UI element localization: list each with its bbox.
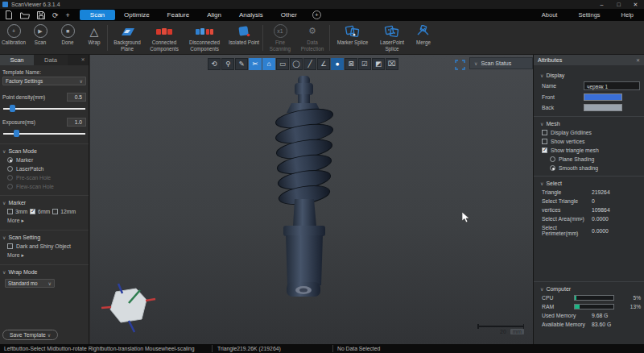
brush-select-icon[interactable]: ✎ — [235, 58, 248, 70]
radio-plane-shading[interactable]: Plane Shading — [550, 156, 641, 162]
polyline-select-icon[interactable]: ∠ — [317, 58, 330, 70]
stat-row: vertices109864 — [542, 207, 641, 213]
data-protection-button[interactable]: ⚙ Data Protection — [296, 21, 328, 54]
wrap-button[interactable]: △ Wrap — [82, 21, 106, 54]
calibration-button[interactable]: + Calibration — [0, 21, 27, 54]
point-density-slider[interactable] — [3, 104, 85, 113]
deselect-icon[interactable]: ✂ — [249, 58, 262, 70]
isolated-point-button[interactable]: Isolated Point — [226, 21, 262, 54]
background-plane-button[interactable]: Background Plane — [109, 21, 146, 54]
calibration-icon: + — [7, 24, 21, 38]
marker-title[interactable]: ∨ Marker — [2, 200, 86, 206]
scan-button[interactable]: ▶ Scan — [27, 21, 53, 54]
maximize-icon[interactable]: □ — [610, 0, 627, 9]
connected-components-button[interactable]: Connected Components — [146, 21, 183, 54]
wrap-mode-dropdown[interactable]: Standard mo ∨ — [5, 279, 55, 288]
exposure-value[interactable]: 1.0 — [67, 118, 86, 127]
collapse-icon: ∨ — [540, 181, 543, 186]
template-name-dropdown[interactable]: Factory Settings ∨ — [2, 77, 86, 85]
display-title[interactable]: ∨ Display — [540, 73, 644, 78]
scan-setting-more-link[interactable]: More ▸ — [7, 252, 86, 259]
name-input[interactable]: червяк 1 — [584, 81, 640, 90]
viewport-3d[interactable]: ⟲ ⚲ ✎ ✂ ⌂ ▭ ◯ ╱ ∠ ● ⊠ ☑ ◩ ⌧ ∨ Scan Statu… — [90, 55, 533, 344]
close-icon[interactable]: ✕ — [627, 0, 644, 9]
background-plane-icon — [119, 24, 135, 38]
ribbon-separator — [107, 25, 108, 51]
scan-settings-panel: Scan Data ✕ Template Name: Factory Setti… — [0, 55, 89, 344]
checkbox-show-vertices[interactable]: Show vertices — [542, 139, 641, 144]
scan-mode-title[interactable]: ∨ Scan Mode — [2, 148, 86, 154]
mouse-hint-text: Leftbutton-Select Midbutton-rotate Right… — [4, 346, 195, 351]
front-color-swatch[interactable] — [584, 93, 622, 101]
line-select-icon[interactable]: ╱ — [303, 58, 316, 70]
back-color-swatch[interactable] — [584, 104, 622, 111]
tab-scan[interactable]: Scan — [80, 10, 115, 20]
computer-title[interactable]: ∨ Computer — [540, 286, 644, 292]
minimize-icon[interactable]: – — [593, 0, 610, 9]
reset-view-icon[interactable]: ⟲ — [208, 58, 221, 70]
rectangle-select-icon[interactable]: ▭ — [276, 58, 289, 70]
tab-optimize[interactable]: Optimize — [115, 10, 159, 20]
checkbox-6mm[interactable]: ✓ — [30, 209, 35, 214]
lasso-select-icon[interactable]: ◯ — [290, 58, 303, 70]
checkbox-dark-shiny[interactable]: Dark and Shiny Object — [7, 243, 86, 249]
viewport-toolbar: ⟲ ⚲ ✎ ✂ ⌂ ▭ ◯ ╱ ∠ ● ⊠ ☑ ◩ ⌧ — [208, 58, 398, 70]
checkbox-display-gridlines[interactable]: Display Gridlines — [542, 130, 641, 135]
new-file-icon[interactable] — [5, 10, 13, 19]
expand-view-icon[interactable] — [455, 59, 465, 73]
scan-status-header[interactable]: ∨ Scan Status — [469, 57, 533, 69]
tab-analysis[interactable]: Analysis — [230, 10, 272, 20]
sync-icon[interactable]: ⟳ — [52, 11, 59, 19]
mesh-title[interactable]: ∨ Mesh — [540, 121, 644, 127]
checkbox-show-triangle-mesh[interactable]: ✓Show triangle mesh — [542, 147, 641, 153]
menu-help[interactable]: Help — [611, 11, 644, 19]
collapse-icon: ∨ — [2, 148, 6, 154]
wrap-icon: △ — [90, 26, 99, 37]
panel-tab-scan[interactable]: Scan — [0, 55, 34, 65]
marker-delete-icon[interactable]: ⊠ — [345, 58, 357, 70]
menu-settings[interactable]: Settings — [568, 11, 610, 19]
menu-about[interactable]: About — [531, 11, 568, 19]
select-title[interactable]: ∨ Select — [540, 181, 644, 186]
zoom-icon[interactable]: ⚲ — [221, 58, 234, 70]
radio-flewscan-hole: Flew-scan Hole — [7, 184, 86, 189]
radio-laserpatch[interactable]: LaserPatch — [7, 166, 86, 172]
point-density-value[interactable]: 0.5 — [67, 93, 86, 102]
axis-gizmo[interactable] — [100, 280, 156, 334]
select-all-icon[interactable]: ☑ — [358, 58, 371, 70]
titlebar: ScanViewer 6.3.1.4 – □ ✕ — [0, 0, 644, 9]
tab-other[interactable]: Other — [272, 10, 306, 20]
tab-align[interactable]: Align — [198, 10, 230, 20]
laserpoint-splice-button[interactable]: LaserPoint Splice — [374, 21, 410, 54]
done-button[interactable]: ■ Done — [53, 21, 82, 54]
panel-tab-data[interactable]: Data — [34, 55, 68, 65]
marker-more-link[interactable]: More ▸ — [7, 218, 86, 224]
more-arrow-icon: ▸ — [21, 252, 23, 258]
slider-handle[interactable] — [10, 105, 15, 112]
wrap-mode-title[interactable]: ∨ Wrap Mode — [2, 269, 86, 275]
tab-feature[interactable]: Feature — [159, 10, 199, 20]
merge-button[interactable]: Merge — [410, 21, 437, 54]
save-template-button[interactable]: Save Template ∨ — [2, 330, 58, 340]
radio-marker[interactable]: Marker — [7, 157, 86, 163]
fine-scanning-button[interactable]: x1 Fine Scanning — [264, 21, 296, 54]
marker-splice-button[interactable]: Marker Splice — [331, 21, 374, 54]
invert-selection-icon[interactable]: ◩ — [372, 58, 385, 70]
scanned-object-mesh[interactable] — [266, 74, 343, 303]
exposure-slider[interactable] — [3, 129, 85, 138]
save-icon[interactable] — [37, 11, 45, 19]
disconnected-components-button[interactable]: Disconnected Components — [183, 21, 226, 54]
slider-handle[interactable] — [14, 130, 19, 137]
scan-setting-title[interactable]: ∨ Scan Setting — [2, 235, 86, 240]
add-tab-icon[interactable]: + — [312, 10, 321, 19]
add-icon[interactable]: + — [66, 11, 70, 19]
panel-close-icon[interactable]: ✕ — [77, 55, 89, 65]
radio-smooth-shading[interactable]: Smooth shading — [550, 165, 641, 171]
checkbox-12mm[interactable] — [52, 209, 58, 214]
panel-close-icon[interactable]: ✕ — [636, 57, 640, 63]
point-select-icon[interactable]: ● — [331, 58, 344, 70]
polygon-select-icon[interactable]: ⌂ — [262, 58, 275, 70]
checkbox-3mm[interactable] — [7, 209, 13, 214]
delete-icon[interactable]: ⌧ — [386, 58, 398, 70]
open-folder-icon[interactable] — [20, 11, 30, 19]
